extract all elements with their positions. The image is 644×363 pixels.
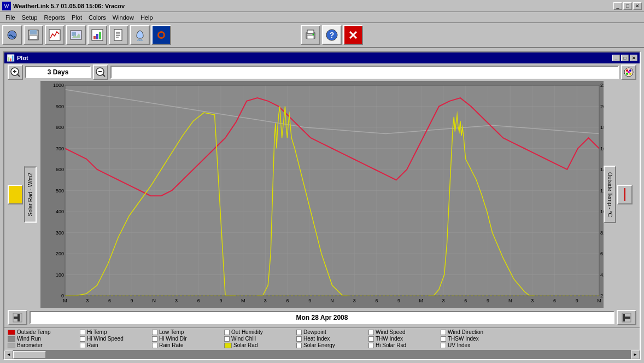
- menu-window[interactable]: Window: [109, 14, 137, 21]
- thsw-index-check[interactable]: [441, 336, 446, 342]
- days-display: 3 Days: [25, 66, 91, 78]
- legend-uv-index: UV Index: [441, 342, 512, 348]
- scroll-left-button[interactable]: ◄: [4, 350, 13, 359]
- wind-speed-check[interactable]: [368, 330, 374, 335]
- nav-area: Mon 28 Apr 2008: [4, 308, 640, 327]
- help-button[interactable]: ?: [322, 25, 342, 45]
- legend-wind-chill: Wind Chill: [224, 336, 295, 342]
- prev-button[interactable]: [8, 310, 27, 325]
- weather-button[interactable]: [2, 25, 22, 45]
- minimize-button[interactable]: _: [613, 2, 622, 10]
- svg-point-39: [626, 69, 628, 72]
- graph-button[interactable]: [87, 25, 107, 45]
- legend-rain: Rain: [80, 342, 151, 348]
- print-button[interactable]: [301, 25, 320, 45]
- wind-chill-check[interactable]: [224, 336, 230, 342]
- wind-run-label: Wind Run: [17, 336, 41, 342]
- menu-plot[interactable]: Plot: [68, 14, 85, 21]
- thsw-index-label: THSW Index: [448, 336, 479, 342]
- menu-help[interactable]: Help: [137, 14, 156, 21]
- svg-rect-3: [30, 36, 37, 39]
- wind-direction-check[interactable]: [441, 330, 446, 335]
- left-scale-button[interactable]: [8, 185, 23, 204]
- date-display: Mon 28 Apr 2008: [30, 311, 614, 324]
- right-axis-label: Outside Temp - °C: [604, 166, 616, 224]
- legend-barometer: Barometer: [8, 342, 79, 348]
- outside-temp-color: [8, 330, 15, 335]
- rain-rate-check[interactable]: [152, 343, 157, 348]
- next-button[interactable]: [617, 310, 636, 325]
- svg-point-25: [313, 34, 314, 36]
- outside-temp-label: Outside Temp: [17, 329, 51, 335]
- out-humidity-check[interactable]: [224, 330, 230, 335]
- image-button[interactable]: [66, 25, 86, 45]
- svg-line-37: [103, 74, 105, 77]
- chart-button[interactable]: [45, 25, 65, 45]
- zoom-out-button[interactable]: [93, 65, 108, 80]
- dewpoint-check[interactable]: [296, 330, 302, 335]
- zoom-in-button[interactable]: [8, 65, 23, 80]
- uv-index-check[interactable]: [441, 343, 446, 348]
- plot-close-button[interactable]: ✕: [630, 55, 637, 61]
- rain-check[interactable]: [80, 343, 85, 348]
- svg-rect-8: [93, 36, 96, 39]
- solar-rad-label: Solar Rad: [233, 342, 257, 348]
- legend-low-temp: Low Temp: [152, 329, 223, 335]
- close-button[interactable]: ✕: [633, 2, 642, 10]
- legend-solar-energy: Solar Energy: [296, 342, 367, 348]
- hi-solar-rsd-check[interactable]: [368, 343, 374, 348]
- solar-energy-check[interactable]: [296, 343, 302, 348]
- rain-button[interactable]: [130, 25, 150, 45]
- low-temp-check[interactable]: [152, 330, 157, 335]
- thw-index-check[interactable]: [368, 336, 374, 342]
- doc-button[interactable]: [109, 25, 128, 45]
- svg-rect-9: [96, 34, 98, 39]
- hi-wind-speed-check[interactable]: [80, 336, 85, 342]
- wind-speed-label: Wind Speed: [376, 329, 405, 335]
- svg-rect-6: [72, 32, 76, 36]
- svg-line-18: [142, 39, 142, 41]
- hi-wind-dir-label: Hi Wind Dir: [159, 336, 187, 342]
- solar-energy-label: Solar Energy: [303, 342, 335, 348]
- scrollbar-thumb[interactable]: [13, 351, 46, 359]
- menu-reports[interactable]: Reports: [40, 14, 68, 21]
- legend-hi-solar-rsd: Hi Solar Rsd: [368, 342, 440, 348]
- legend-solar-rad: Solar Rad: [224, 342, 295, 348]
- scroll-right-button[interactable]: ►: [631, 350, 640, 359]
- svg-text:?: ?: [330, 31, 335, 39]
- chart-area: [40, 81, 604, 308]
- menu-bar: File Setup Reports Plot Colors Window He…: [0, 12, 644, 23]
- hi-wind-dir-check[interactable]: [152, 336, 157, 342]
- exit-button[interactable]: [343, 25, 363, 45]
- maximize-button[interactable]: □: [623, 2, 632, 10]
- menu-colors[interactable]: Colors: [85, 14, 109, 21]
- scrollbar-track[interactable]: [13, 350, 631, 359]
- legend-area: Outside Temp Hi Temp Low Temp Out Humidi…: [4, 327, 640, 350]
- save-button[interactable]: [24, 25, 43, 45]
- plot-maximize-button[interactable]: □: [621, 55, 629, 61]
- noaa-button[interactable]: [151, 25, 171, 45]
- svg-rect-23: [307, 30, 314, 33]
- hi-temp-check[interactable]: [80, 330, 85, 335]
- plot-minimize-button[interactable]: _: [612, 55, 620, 61]
- heat-index-check[interactable]: [296, 336, 302, 342]
- menu-setup[interactable]: Setup: [19, 14, 41, 21]
- hi-wind-speed-label: Hi Wind Speed: [87, 336, 124, 342]
- legend-thw-index: THW Index: [368, 336, 440, 342]
- svg-point-40: [629, 69, 631, 72]
- plot-nav-bar[interactable]: [110, 66, 619, 79]
- barometer-label: Barometer: [17, 342, 43, 348]
- legend-thsw-index: THSW Index: [441, 336, 512, 342]
- right-scale-button[interactable]: [617, 185, 633, 204]
- wind-chill-label: Wind Chill: [231, 336, 256, 342]
- app-icon: W: [2, 2, 11, 10]
- svg-rect-10: [99, 32, 101, 39]
- legend-heat-index: Heat Index: [296, 336, 367, 342]
- left-axis-label: Solar Rad - W/m2: [24, 166, 37, 223]
- plot-window-controls: _ □ ✕: [612, 55, 637, 61]
- legend-row-3: Barometer Rain Rain Rate Solar Rad Solar…: [8, 342, 636, 348]
- plot-window: 📊 Plot _ □ ✕ 3 Days: [3, 51, 641, 360]
- menu-file[interactable]: File: [2, 14, 19, 21]
- palette-button[interactable]: [621, 65, 636, 80]
- svg-line-16: [138, 39, 138, 41]
